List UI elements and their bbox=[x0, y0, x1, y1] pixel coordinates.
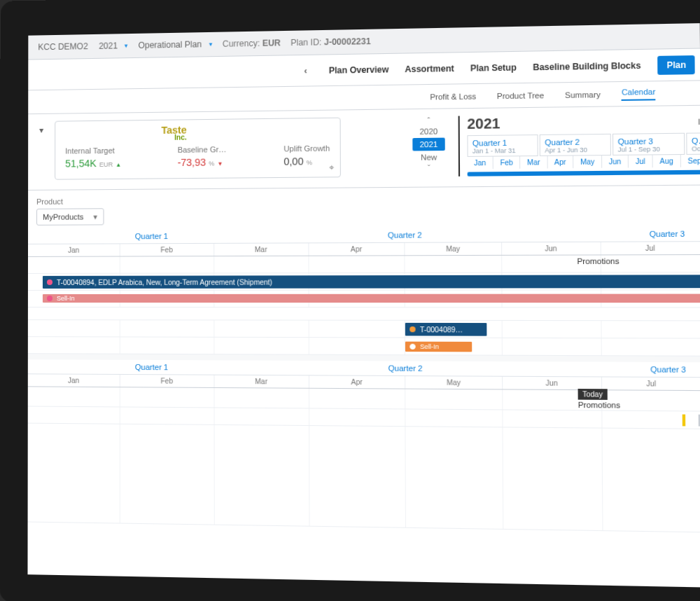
quarter-2[interactable]: Quarter 2Apr 1 - Jun 30 bbox=[540, 134, 611, 156]
year-2020[interactable]: 2020 bbox=[412, 125, 445, 138]
context-picker[interactable]: KCC DEMO2 2021 bbox=[38, 41, 128, 52]
tab-plan[interactable]: Plan bbox=[657, 55, 695, 75]
gantt-bottom: Quarter 1 Quarter 2 Quarter 3 Jan Feb Ma… bbox=[28, 359, 700, 534]
product-filter-row: Product MyProducts bbox=[28, 185, 700, 230]
year-down-icon[interactable]: ˇ bbox=[428, 164, 430, 172]
calendar-range-bar[interactable] bbox=[468, 169, 700, 176]
month-sep[interactable]: Sep bbox=[681, 155, 700, 167]
subtab-producttree[interactable]: Product Tree bbox=[497, 90, 544, 99]
kpi-calendar-row: ▾ TasteInc. Internal Target 51,54KEUR Ba… bbox=[28, 104, 700, 191]
calendar-year: 2021 bbox=[467, 116, 500, 132]
calendar-panel: 2021 Internal Calendar Quarter 1Jan 1 - … bbox=[458, 111, 700, 176]
promotions-label: Promotions bbox=[577, 256, 619, 265]
month-mar[interactable]: Mar bbox=[520, 156, 547, 169]
subtab-summary[interactable]: Summary bbox=[565, 90, 601, 99]
gantt-bar-short[interactable]: T-0004089… bbox=[405, 323, 487, 336]
plan-type-picker[interactable]: Operational Plan bbox=[138, 39, 212, 50]
month-apr[interactable]: Apr bbox=[547, 156, 573, 169]
gantt-bar-longterm[interactable]: T-00040894, EDLP Arabica, New, Long-Term… bbox=[43, 275, 700, 289]
expand-icon[interactable]: ▾ bbox=[35, 121, 48, 180]
year-up-icon[interactable]: ˆ bbox=[427, 116, 430, 125]
gantt-bar-sellin[interactable]: Sell-In bbox=[43, 294, 700, 303]
month-jul[interactable]: Jul bbox=[629, 155, 653, 167]
kpi-card[interactable]: TasteInc. Internal Target 51,54KEUR Base… bbox=[55, 118, 341, 180]
year-picker: ˆ 2020 2021 New ˇ bbox=[407, 116, 451, 177]
month-may[interactable]: May bbox=[573, 156, 602, 168]
month-aug[interactable]: Aug bbox=[653, 155, 681, 167]
today-badge: Today bbox=[578, 389, 608, 400]
gantt-new-dot[interactable] bbox=[682, 415, 685, 427]
currency-label: Currency: EUR bbox=[223, 38, 281, 49]
quarter-3[interactable]: Quarter 3Jul 1 - Sep 30 bbox=[612, 133, 685, 156]
year-new[interactable]: New bbox=[413, 151, 444, 164]
promotions-label-2: Promotions bbox=[578, 401, 620, 410]
planid-label: Plan ID: J-00002231 bbox=[290, 36, 370, 48]
g1-q1: Quarter 1 bbox=[28, 228, 277, 244]
gantt-bar-sellin2[interactable]: Sell-In bbox=[405, 342, 472, 352]
month-feb[interactable]: Feb bbox=[493, 156, 521, 169]
subtab-pnl[interactable]: Profit & Loss bbox=[430, 92, 476, 101]
month-jan[interactable]: Jan bbox=[468, 157, 493, 170]
tab-plan-setup[interactable]: Plan Setup bbox=[470, 62, 517, 73]
year-2021[interactable]: 2021 bbox=[412, 138, 445, 151]
month-jun[interactable]: Jun bbox=[602, 156, 629, 168]
kpi-uplift-growth: Uplift Growth 0,00% bbox=[284, 144, 330, 167]
tab-baseline[interactable]: Baseline Building Blocks bbox=[533, 60, 640, 72]
kpi-baseline-growth: Baseline Gr… -73,93% bbox=[178, 145, 227, 168]
product-select[interactable]: MyProducts bbox=[36, 208, 104, 226]
kpi-internal-target: Internal Target 51,54KEUR bbox=[65, 146, 121, 170]
g1-q3: Quarter 3 bbox=[535, 226, 700, 242]
quarter-4[interactable]: Q…Oct 1… bbox=[686, 132, 700, 155]
back-icon[interactable]: ‹ bbox=[298, 65, 313, 76]
subtab-calendar[interactable]: Calendar bbox=[622, 87, 656, 100]
gantt-top: Quarter 1 Quarter 2 Quarter 3 Jan Feb Ma… bbox=[28, 226, 700, 357]
brand-logo: TasteInc. bbox=[162, 124, 187, 141]
g1-q2: Quarter 2 bbox=[277, 227, 535, 242]
tab-assortment[interactable]: Assortment bbox=[405, 63, 454, 74]
target-icon[interactable]: ⌖ bbox=[329, 163, 334, 172]
tab-plan-overview[interactable]: Plan Overview bbox=[329, 64, 389, 76]
quarter-1[interactable]: Quarter 1Jan 1 - Mar 31 bbox=[467, 134, 538, 157]
product-label: Product bbox=[36, 192, 700, 206]
